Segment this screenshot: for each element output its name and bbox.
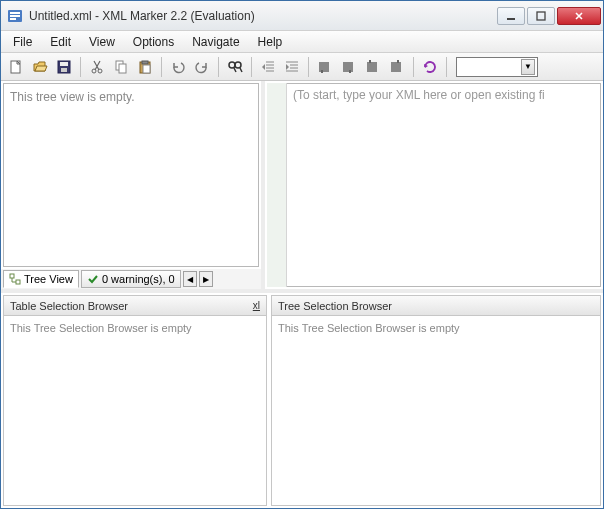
svg-rect-2 [10, 15, 20, 17]
toolbar-separator [413, 57, 414, 77]
tab-label: 0 warning(s), 0 [102, 273, 175, 285]
refresh-button[interactable] [419, 56, 441, 78]
redo-button[interactable] [191, 56, 213, 78]
svg-rect-13 [119, 64, 126, 73]
svg-rect-1 [10, 12, 20, 14]
find-button[interactable] [224, 56, 246, 78]
tree-icon [9, 273, 21, 285]
upper-panes: This tree view is empty. Tree View 0 war… [1, 81, 603, 293]
toolbar-separator [218, 57, 219, 77]
bookmark-2-button[interactable] [338, 56, 360, 78]
table-browser-header: Table Selection Browser xl [4, 296, 266, 316]
left-pane: This tree view is empty. Tree View 0 war… [1, 81, 265, 289]
svg-point-18 [235, 62, 241, 68]
save-button[interactable] [53, 56, 75, 78]
open-file-button[interactable] [29, 56, 51, 78]
panel-title: Table Selection Browser [10, 300, 128, 312]
app-icon [7, 8, 23, 24]
window-title: Untitled.xml - XML Marker 2.2 (Evaluatio… [29, 9, 497, 23]
indent-button[interactable] [281, 56, 303, 78]
new-file-button[interactable] [5, 56, 27, 78]
outdent-button[interactable] [257, 56, 279, 78]
tree-browser-empty: This Tree Selection Browser is empty [278, 322, 460, 334]
svg-rect-36 [16, 280, 20, 284]
svg-rect-27 [319, 62, 329, 72]
copy-button[interactable] [110, 56, 132, 78]
svg-rect-32 [369, 60, 371, 63]
tree-browser-header: Tree Selection Browser [272, 296, 600, 316]
svg-rect-15 [142, 61, 148, 64]
toolbar-separator [308, 57, 309, 77]
svg-rect-8 [60, 62, 68, 66]
bookmark-4-button[interactable] [386, 56, 408, 78]
svg-rect-30 [349, 70, 351, 73]
tree-selection-browser: Tree Selection Browser This Tree Selecti… [271, 295, 601, 506]
svg-rect-29 [343, 62, 353, 72]
cut-button[interactable] [86, 56, 108, 78]
tree-empty-text: This tree view is empty. [10, 90, 134, 104]
menu-options[interactable]: Options [125, 33, 182, 51]
lower-panes: Table Selection Browser xl This Tree Sel… [1, 293, 603, 508]
menu-edit[interactable]: Edit [42, 33, 79, 51]
menu-view[interactable]: View [81, 33, 123, 51]
bookmark-3-button[interactable] [362, 56, 384, 78]
titlebar[interactable]: Untitled.xml - XML Marker 2.2 (Evaluatio… [1, 1, 603, 31]
tab-strip: Tree View 0 warning(s), 0 ◀ ▶ [1, 269, 261, 289]
table-selection-browser: Table Selection Browser xl This Tree Sel… [3, 295, 267, 506]
minimize-button[interactable] [497, 7, 525, 25]
panel-title: Tree Selection Browser [278, 300, 392, 312]
svg-rect-4 [507, 18, 515, 20]
maximize-button[interactable] [527, 7, 555, 25]
menu-navigate[interactable]: Navigate [184, 33, 247, 51]
application-window: Untitled.xml - XML Marker 2.2 (Evaluatio… [0, 0, 604, 509]
tab-scroll-left[interactable]: ◀ [183, 271, 197, 287]
svg-point-17 [229, 62, 235, 68]
svg-rect-3 [10, 18, 16, 20]
svg-rect-16 [143, 65, 150, 73]
svg-point-10 [92, 69, 96, 73]
right-pane: (To start, type your XML here or open ex… [265, 81, 603, 289]
paste-button[interactable] [134, 56, 156, 78]
svg-rect-35 [10, 274, 14, 278]
table-browser-empty: This Tree Selection Browser is empty [10, 322, 192, 334]
toolbar: ▼ [1, 53, 603, 81]
toolbar-combo[interactable]: ▼ [456, 57, 538, 77]
svg-rect-28 [321, 70, 323, 73]
toolbar-separator [161, 57, 162, 77]
tab-label: Tree View [24, 273, 73, 285]
svg-rect-33 [391, 62, 401, 72]
svg-rect-31 [367, 62, 377, 72]
close-button[interactable] [557, 7, 601, 25]
undo-button[interactable] [167, 56, 189, 78]
svg-point-11 [98, 69, 102, 73]
menubar: File Edit View Options Navigate Help [1, 31, 603, 53]
bookmark-1-button[interactable] [314, 56, 336, 78]
window-buttons [497, 7, 601, 25]
svg-rect-9 [61, 68, 67, 72]
svg-rect-34 [397, 60, 399, 63]
editor-placeholder: (To start, type your XML here or open ex… [293, 88, 545, 102]
tab-tree-view[interactable]: Tree View [3, 270, 79, 288]
table-browser-body[interactable]: This Tree Selection Browser is empty [4, 316, 266, 505]
workspace: This tree view is empty. Tree View 0 war… [1, 81, 603, 508]
menu-file[interactable]: File [5, 33, 40, 51]
toolbar-separator [251, 57, 252, 77]
tab-scroll-right[interactable]: ▶ [199, 271, 213, 287]
tab-warnings[interactable]: 0 warning(s), 0 [81, 270, 181, 288]
svg-rect-5 [537, 12, 545, 20]
tree-view-panel[interactable]: This tree view is empty. [3, 83, 259, 267]
xml-editor[interactable]: (To start, type your XML here or open ex… [287, 83, 601, 287]
toolbar-separator [446, 57, 447, 77]
pin-button[interactable]: xl [253, 300, 260, 311]
toolbar-separator [80, 57, 81, 77]
editor-gutter [267, 83, 287, 287]
tree-browser-body[interactable]: This Tree Selection Browser is empty [272, 316, 600, 505]
chevron-down-icon: ▼ [521, 59, 535, 75]
menu-help[interactable]: Help [250, 33, 291, 51]
check-icon [87, 273, 99, 285]
